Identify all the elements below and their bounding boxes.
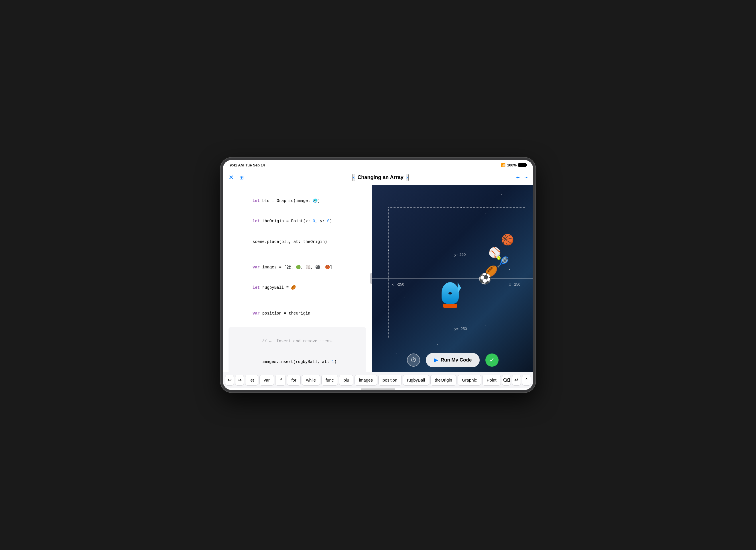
redo-button[interactable]: ↪: [235, 375, 244, 386]
kw-let-3: let: [253, 285, 260, 290]
run-code-label: Run My Code: [441, 357, 472, 363]
num-0-2: 0: [327, 219, 330, 223]
kw-let-2: let: [253, 219, 260, 223]
battery-percent: 100%: [507, 163, 517, 167]
position-button[interactable]: position: [378, 375, 402, 386]
images-button[interactable]: images: [355, 375, 377, 386]
code-block[interactable]: // ✏️ Insert and remove items. images.in…: [229, 327, 366, 372]
status-right: 📶 100%: [501, 163, 526, 167]
status-bar: 9:41 AM Tue Sep 14 📶 100%: [223, 160, 533, 170]
code-line-2: let theOrigin = Point(x: 0, y: 0): [229, 211, 366, 231]
graphic-button[interactable]: Graphic: [458, 375, 481, 386]
ball-basketball: 🏀: [501, 234, 514, 246]
main-content: let blu = Graphic(image: 🥶) let theOrigi…: [223, 185, 533, 372]
close-button[interactable]: ✕: [227, 173, 235, 182]
playground-bottom: ⏱ ▶ Run My Code ✓: [372, 353, 533, 367]
kw-var-1: var: [253, 265, 260, 269]
sidebar-button[interactable]: ⊞: [238, 173, 245, 182]
num-0-1: 0: [313, 219, 315, 223]
return-button[interactable]: ↵: [512, 375, 521, 386]
play-icon: ▶: [434, 357, 438, 363]
kw-var-2: var: [253, 311, 260, 316]
undo-button[interactable]: ↩: [225, 375, 234, 386]
point-button[interactable]: Point: [482, 375, 501, 386]
comment-text-1: // ✏️ Insert and remove items.: [262, 339, 334, 344]
ball-tennis: 🎾: [496, 256, 509, 268]
nav-title: Changing an Array: [357, 174, 403, 180]
code-line-1: let blu = Graphic(image: 🥶): [229, 191, 366, 211]
device-frame: 9:41 AM Tue Sep 14 📶 100% ✕ ⊞ ‹ Changing…: [221, 157, 535, 393]
rugbyball-button[interactable]: rugbyBall: [403, 375, 430, 386]
device-screen: 9:41 AM Tue Sep 14 📶 100% ✕ ⊞ ‹ Changing…: [223, 160, 533, 390]
while-button[interactable]: while: [302, 375, 320, 386]
axis-label-y-bottom: y= -250: [454, 327, 467, 331]
char-eye: [448, 292, 452, 295]
nav-bar: ✕ ⊞ ‹ Changing an Array › + ···: [223, 170, 533, 185]
ball-soccer: ⚽: [479, 273, 491, 285]
axis-label-x-right: x= 250: [509, 282, 520, 287]
date: Tue Sep 14: [245, 163, 265, 167]
char-body: [442, 282, 459, 304]
var-button[interactable]: var: [259, 375, 274, 386]
check-button[interactable]: ✓: [485, 354, 499, 367]
delete-button[interactable]: ⌫: [502, 375, 511, 386]
axis-vertical: [453, 185, 453, 372]
kw-let-1: let: [253, 198, 260, 203]
home-bar: [361, 389, 395, 390]
nav-forward-button[interactable]: ›: [406, 174, 409, 181]
num-1: 1: [332, 360, 334, 364]
status-left: 9:41 AM Tue Sep 14: [230, 163, 265, 167]
insert-line: images.insert(rugbyBall, at: 1): [233, 352, 361, 372]
code-line-3: scene.place(blu, at: theOrigin): [229, 232, 366, 252]
code-panel[interactable]: let blu = Graphic(image: 🥶) let theOrigi…: [223, 185, 372, 372]
axis-label-y-top: y= 250: [454, 252, 466, 257]
nav-back-button[interactable]: ‹: [352, 174, 355, 181]
battery-icon: [518, 163, 526, 167]
bottom-toolbar: ↩ ↪ let var if for while func blu images…: [223, 372, 533, 388]
theorigin-button[interactable]: theOrigin: [430, 375, 456, 386]
wifi-icon: 📶: [501, 163, 505, 167]
code-line-5: let rugbyBall = 🏉: [229, 278, 366, 298]
more-button[interactable]: ···: [524, 174, 529, 180]
add-button[interactable]: +: [516, 174, 520, 181]
if-button[interactable]: if: [275, 375, 286, 386]
playground-panel: y= 250 y= -250 x= -250 x= 250 🏀 ⚾ 🎾: [372, 185, 533, 372]
time: 9:41 AM: [230, 163, 244, 167]
comment-insert: // ✏️ Insert and remove items.: [233, 331, 361, 352]
star-8: [437, 344, 438, 345]
nav-title-group: ‹ Changing an Array ›: [248, 174, 513, 181]
let-button[interactable]: let: [245, 375, 258, 386]
run-code-button[interactable]: ▶ Run My Code: [426, 353, 480, 367]
nav-right-buttons: + ···: [516, 174, 529, 181]
axis-label-x-left: x= -250: [392, 282, 404, 287]
boundary-box: [388, 207, 525, 338]
func-button[interactable]: func: [321, 375, 338, 386]
timer-button[interactable]: ⏱: [407, 354, 420, 367]
for-button[interactable]: for: [287, 375, 301, 386]
blu-button[interactable]: blu: [339, 375, 353, 386]
code-line-4: var images = [⚽, 🟢, 🏐, 🎱, 🏀]: [229, 257, 366, 278]
code-line-6: var position = theOrigin: [229, 304, 366, 324]
character-blu: [442, 282, 459, 308]
home-indicator: [223, 388, 533, 390]
star-1: [397, 200, 397, 200]
collapse-button[interactable]: ⌃: [522, 375, 531, 386]
star-4: [501, 194, 502, 195]
char-base: [443, 304, 457, 308]
